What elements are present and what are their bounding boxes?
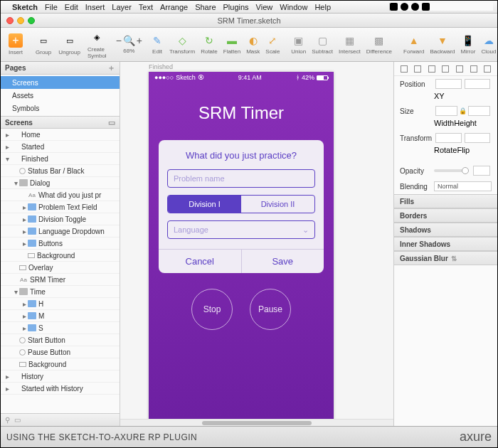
toolbar-intersect[interactable]: ▦Intersect [336, 33, 364, 56]
mock-cancel-button[interactable]: Cancel [159, 250, 242, 273]
layer-row[interactable]: ▸S [1, 322, 120, 334]
disclosure-icon[interactable]: ▸ [4, 143, 11, 151]
layer-row[interactable]: ▸Buttons [1, 238, 120, 250]
layer-row[interactable]: Start Button [1, 334, 120, 346]
mock-problem-input[interactable]: Problem name [167, 169, 315, 188]
menu-plugins[interactable]: Plugins [223, 3, 249, 11]
menu-share[interactable]: Share [195, 3, 216, 11]
opacity-slider[interactable] [434, 169, 469, 172]
disclosure-icon[interactable]: ▾ [4, 155, 11, 163]
filter-icon[interactable]: ⚲ [5, 416, 10, 424]
y-field[interactable] [465, 79, 491, 89]
layer-row[interactable]: ▾Dialog [1, 177, 120, 189]
layer-row[interactable]: ▸H [1, 298, 120, 310]
menu-edit[interactable]: Edit [65, 3, 78, 11]
toolbar-cloud[interactable]: ☁Cloud [478, 33, 498, 56]
layer-row[interactable]: ▸Started [1, 141, 120, 153]
opacity-field[interactable] [473, 166, 490, 176]
screens-options-icon[interactable]: ▭ [108, 118, 115, 127]
toolbar-group[interactable]: ▭Group [32, 32, 55, 57]
canvas-scrollbar-h[interactable] [120, 419, 393, 426]
layer-row[interactable]: Overlay [1, 262, 120, 274]
menu-help[interactable]: Help [314, 3, 331, 11]
layer-row[interactable]: AaSRM Timer [1, 274, 120, 286]
toolbar-transform[interactable]: ◇Transform [166, 33, 198, 56]
lock-icon[interactable]: 🔒 [459, 107, 467, 114]
toolbar-flatten[interactable]: ▬Flatten [221, 33, 243, 56]
mock-div2[interactable]: Division II [241, 196, 314, 213]
mock-div1[interactable]: Division I [168, 196, 241, 213]
fills-section[interactable]: Fills [394, 194, 497, 208]
disclosure-icon[interactable]: ▸ [4, 385, 11, 393]
layer-row[interactable]: ▸Home [1, 129, 120, 141]
disclosure-icon[interactable]: ▸ [21, 215, 28, 223]
mock-save-button[interactable]: Save [242, 250, 324, 273]
toolbar-difference[interactable]: ▩Difference [364, 33, 395, 56]
minimize-window-button[interactable] [17, 17, 24, 24]
toolbar-rotate[interactable]: ↻Rotate [198, 33, 221, 56]
menu-file[interactable]: File [45, 3, 58, 11]
layer-row[interactable]: Background [1, 358, 120, 370]
mock-division-toggle[interactable]: Division I Division II [167, 195, 315, 213]
page-item-symbols[interactable]: Symbols [1, 102, 120, 114]
disclosure-icon[interactable]: ▸ [21, 312, 28, 320]
rotate-field[interactable] [435, 133, 462, 143]
toolbar-create-symbol[interactable]: ◈Create Symbol [84, 29, 110, 60]
toolbar-mask[interactable]: ◐Mask [243, 33, 263, 56]
page-item-assets[interactable]: Assets [1, 89, 120, 102]
disclosure-icon[interactable]: ▸ [21, 228, 28, 235]
menu-arrange[interactable]: Arrange [160, 3, 188, 11]
menu-app[interactable]: Sketch [12, 3, 38, 11]
toolbar-union[interactable]: ▣Union [288, 33, 309, 56]
disclosure-icon[interactable]: ▾ [12, 179, 19, 187]
menu-text[interactable]: Text [139, 3, 153, 11]
gaussian-blur-section[interactable]: Gaussian Blur⇅ [394, 251, 497, 265]
layer-row[interactable]: Background [1, 250, 120, 262]
toolbar-zoom[interactable]: −🔍+68% [116, 35, 142, 54]
canvas[interactable]: Finished ●●●○○Sketch⦿ 9:41 AM ᚼ42% SRM T… [120, 62, 393, 426]
layer-row[interactable]: ▸Problem Text Field [1, 201, 120, 213]
layer-row[interactable]: ▸Started with History [1, 383, 120, 395]
toolbar-forward[interactable]: ▲Forward [401, 33, 427, 56]
mock-pause-button[interactable]: Pause [250, 289, 291, 330]
layer-row[interactable]: ▸Language Dropdown [1, 225, 120, 238]
filter-icon-2[interactable]: ▭ [14, 416, 21, 424]
layer-row[interactable]: ▾Time [1, 286, 120, 298]
toolbar-backward[interactable]: ▼Backward [427, 33, 457, 56]
blending-select[interactable]: Normal [434, 181, 492, 191]
zoom-window-button[interactable] [28, 17, 35, 24]
height-field[interactable] [468, 106, 490, 116]
layer-row[interactable]: ▸History [1, 370, 120, 383]
mock-language-select[interactable]: Language⌄ [167, 220, 315, 239]
disclosure-icon[interactable]: ▸ [21, 324, 28, 332]
flip-field[interactable] [465, 133, 491, 143]
toolbar-ungroup[interactable]: ▭Ungroup [55, 32, 84, 57]
toolbar-subtract[interactable]: ▢Subtract [309, 33, 336, 56]
mock-stop-button[interactable]: Stop [191, 289, 233, 330]
shadows-section[interactable]: Shadows [394, 223, 497, 237]
toolbar-insert[interactable]: +Insert [5, 32, 26, 57]
layer-row[interactable]: AaWhat did you just pr [1, 189, 120, 201]
artboard-label[interactable]: Finished [149, 63, 173, 70]
disclosure-icon[interactable]: ▸ [4, 373, 11, 380]
disclosure-icon[interactable]: ▸ [21, 300, 28, 308]
menu-window[interactable]: Window [280, 3, 307, 11]
disclosure-icon[interactable]: ▾ [12, 288, 19, 296]
disclosure-icon[interactable]: ▸ [4, 131, 11, 139]
layer-row[interactable]: ▸M [1, 310, 120, 322]
inner-shadows-section[interactable]: Inner Shadows [394, 237, 497, 251]
width-field[interactable] [435, 106, 457, 116]
layer-row[interactable]: Pause Button [1, 346, 120, 358]
layer-row[interactable]: ▾Finished [1, 153, 120, 165]
toolbar-edit[interactable]: ✎Edit [148, 33, 166, 56]
page-item-screens[interactable]: Screens [1, 76, 120, 89]
layer-row[interactable]: ▸Division Toggle [1, 213, 120, 225]
toolbar-mirror[interactable]: 📱Mirror [458, 33, 479, 56]
disclosure-icon[interactable]: ▸ [21, 203, 28, 211]
menu-insert[interactable]: Insert [85, 3, 105, 11]
close-window-button[interactable] [6, 17, 14, 24]
toolbar-scale[interactable]: ⤢Scale [263, 33, 282, 56]
layer-row[interactable]: Status Bar / Black [1, 165, 120, 177]
menu-layer[interactable]: Layer [112, 3, 132, 11]
x-field[interactable] [435, 79, 462, 89]
